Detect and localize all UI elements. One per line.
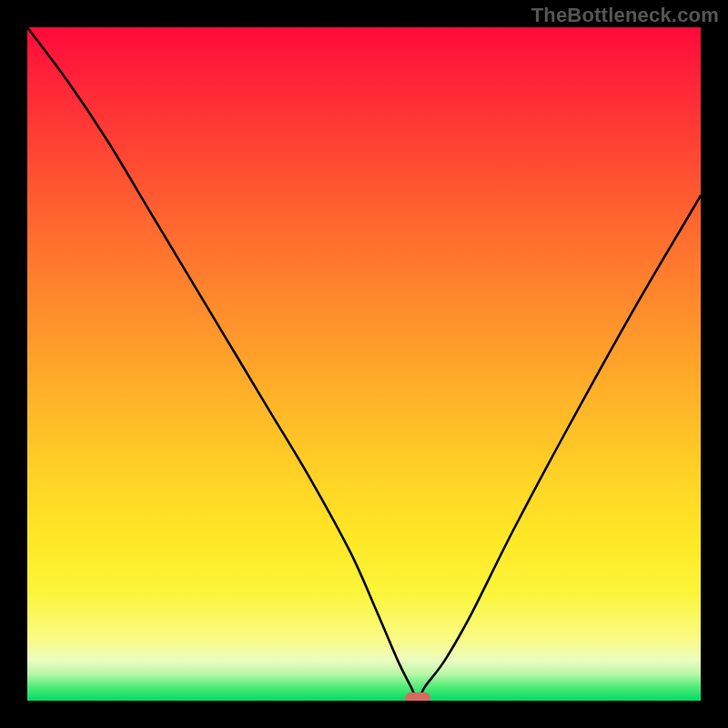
chart-frame: TheBottleneck.com: [0, 0, 728, 728]
bottleneck-curve: [27, 27, 701, 701]
plot-area: [27, 27, 701, 701]
minimum-marker: [405, 693, 430, 701]
watermark-text: TheBottleneck.com: [531, 4, 719, 27]
curve-path: [27, 27, 701, 701]
